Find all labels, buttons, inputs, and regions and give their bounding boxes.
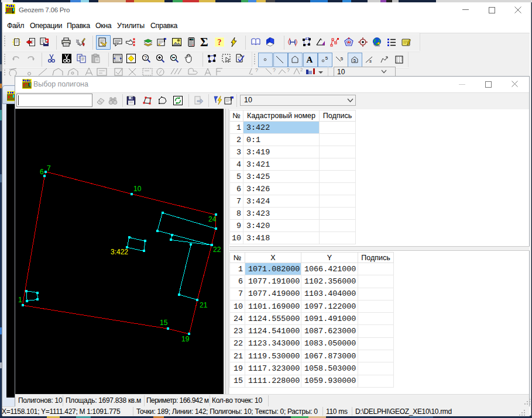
svg-text:?: ? — [287, 67, 290, 73]
svg-text:A: A — [307, 55, 313, 64]
svg-text:2: 2 — [300, 67, 303, 72]
svg-text:?: ? — [218, 38, 222, 47]
svg-text:?: ? — [273, 67, 276, 73]
svg-text:?: ? — [144, 55, 147, 61]
svg-text:5: 5 — [341, 56, 344, 61]
svg-text:5: 5 — [353, 58, 356, 63]
svg-text:?: ? — [255, 67, 258, 73]
svg-text:5: 5 — [325, 56, 328, 61]
svg-text:s: s — [369, 58, 372, 64]
